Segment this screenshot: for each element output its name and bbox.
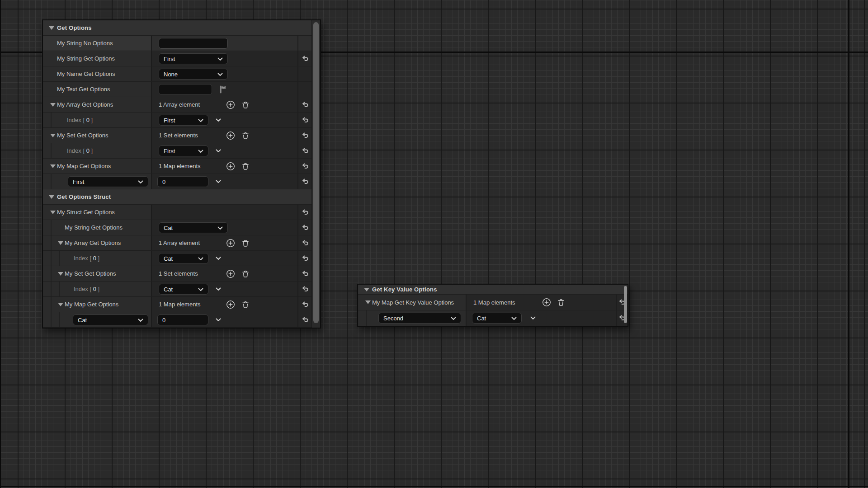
- indent-guide: [59, 282, 60, 296]
- chevron-down-icon[interactable]: [137, 178, 145, 188]
- add-element-icon[interactable]: [226, 300, 236, 310]
- property-label-cell: My Map Get Options: [43, 159, 151, 174]
- dropdown[interactable]: Cat: [159, 253, 208, 264]
- delete-elements-icon[interactable]: [241, 161, 250, 171]
- chevron-down-icon[interactable]: [449, 314, 458, 324]
- undo-icon[interactable]: [300, 300, 310, 310]
- delete-elements-icon[interactable]: [556, 297, 566, 307]
- delete-elements-icon[interactable]: [241, 131, 250, 141]
- chevron-down-icon[interactable]: [214, 285, 223, 293]
- reset-cell: [297, 282, 312, 296]
- add-element-icon[interactable]: [226, 161, 236, 171]
- delete-elements-icon[interactable]: [241, 269, 250, 279]
- chevron-down-icon[interactable]: [214, 316, 223, 324]
- chevron-down-icon[interactable]: [214, 116, 223, 124]
- delete-elements-icon[interactable]: [241, 300, 250, 310]
- undo-icon[interactable]: [300, 253, 310, 263]
- property-value-cell: 1 Map elements: [466, 295, 616, 310]
- panel-edge-scrollbar[interactable]: [624, 286, 627, 323]
- text-input[interactable]: [159, 38, 228, 49]
- collection-count-text: 1 Array element: [159, 97, 200, 112]
- reset-cell: [297, 51, 312, 66]
- category-label: Get Key Value Options: [358, 286, 437, 293]
- undo-icon[interactable]: [300, 269, 310, 279]
- undo-icon[interactable]: [300, 131, 310, 141]
- map-key-dropdown[interactable]: Cat: [73, 314, 148, 325]
- property-label-cell: My Map Get Key Value Options: [358, 295, 466, 310]
- undo-icon[interactable]: [300, 223, 310, 233]
- chevron-down-icon[interactable]: [214, 254, 223, 263]
- map-key-dropdown[interactable]: First: [68, 176, 148, 187]
- add-element-icon[interactable]: [542, 297, 552, 307]
- undo-icon[interactable]: [300, 207, 310, 217]
- property-value-cell: 1 Array element: [151, 97, 297, 112]
- undo-icon[interactable]: [300, 100, 310, 110]
- delete-elements-icon[interactable]: [241, 100, 250, 110]
- graph-origin-line-vertical: [848, 0, 849, 488]
- reset-cell: [297, 205, 312, 220]
- indent-guide: [51, 143, 52, 158]
- add-element-icon[interactable]: [226, 131, 236, 141]
- undo-icon[interactable]: [300, 315, 310, 325]
- add-element-icon[interactable]: [226, 238, 236, 248]
- delete-elements-icon[interactable]: [241, 238, 250, 248]
- chevron-down-icon[interactable]: [216, 224, 224, 234]
- dropdown[interactable]: First: [159, 115, 208, 126]
- expander-triangle-icon[interactable]: [365, 300, 371, 304]
- index-label-close: ]: [90, 117, 93, 123]
- scrollbar-track[interactable]: [311, 20, 320, 328]
- undo-icon[interactable]: [300, 284, 310, 294]
- property-row: My String No Options: [43, 36, 312, 51]
- chevron-down-icon[interactable]: [216, 55, 224, 65]
- expander-triangle-icon[interactable]: [58, 241, 63, 245]
- chevron-down-icon[interactable]: [197, 117, 205, 126]
- undo-icon[interactable]: [300, 177, 310, 187]
- dropdown[interactable]: Cat: [472, 313, 522, 324]
- chevron-down-icon[interactable]: [216, 70, 224, 80]
- expander-triangle-icon[interactable]: [364, 288, 369, 291]
- text-input[interactable]: 0: [157, 314, 208, 325]
- dropdown[interactable]: First: [159, 145, 208, 156]
- reset-cell: [297, 297, 312, 312]
- scrollbar-thumb[interactable]: [313, 22, 319, 323]
- property-value-cell: First: [151, 113, 297, 127]
- dropdown-value: First: [164, 148, 175, 155]
- expander-triangle-icon[interactable]: [58, 303, 63, 306]
- add-element-icon[interactable]: [226, 100, 236, 110]
- chevron-down-icon[interactable]: [137, 316, 145, 326]
- undo-icon[interactable]: [300, 54, 310, 64]
- map-key-dropdown[interactable]: Second: [378, 313, 461, 324]
- expander-triangle-icon[interactable]: [50, 211, 56, 214]
- dropdown[interactable]: Cat: [159, 284, 208, 295]
- expander-triangle-icon[interactable]: [49, 26, 54, 30]
- expander-triangle-icon[interactable]: [58, 272, 63, 276]
- expander-triangle-icon[interactable]: [50, 103, 56, 107]
- chevron-down-icon[interactable]: [510, 314, 518, 324]
- graph-edge-line-bottom: [0, 486, 868, 487]
- chevron-down-icon[interactable]: [197, 147, 205, 157]
- expander-triangle-icon[interactable]: [49, 195, 54, 199]
- chevron-down-icon[interactable]: [197, 286, 205, 295]
- undo-icon[interactable]: [300, 161, 310, 171]
- reset-cell: [297, 82, 312, 97]
- undo-icon[interactable]: [300, 115, 310, 125]
- text-input[interactable]: [159, 84, 212, 95]
- text-input[interactable]: 0: [157, 176, 208, 187]
- map-key-dropdown-value: First: [73, 178, 84, 185]
- chevron-down-icon[interactable]: [214, 147, 223, 155]
- chevron-down-icon[interactable]: [214, 178, 223, 186]
- undo-icon[interactable]: [300, 146, 310, 156]
- property-row: My Set Get Options1 Set elements: [43, 266, 312, 282]
- chevron-down-icon[interactable]: [197, 255, 205, 264]
- chevron-down-icon[interactable]: [529, 314, 538, 322]
- dropdown[interactable]: First: [159, 53, 228, 64]
- add-element-icon[interactable]: [226, 269, 236, 279]
- expander-triangle-icon[interactable]: [50, 164, 56, 168]
- collection-count-text: 1 Set elements: [159, 266, 198, 281]
- expander-triangle-icon[interactable]: [50, 134, 56, 137]
- dropdown[interactable]: None: [159, 69, 228, 80]
- dropdown[interactable]: Cat: [159, 222, 228, 233]
- indent-guide: [51, 220, 52, 235]
- reset-cell: [297, 220, 312, 235]
- undo-icon[interactable]: [300, 238, 310, 248]
